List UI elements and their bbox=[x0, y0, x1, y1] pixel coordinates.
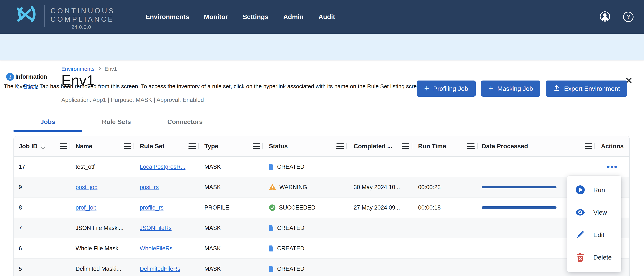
table-row: 7 JSON File Maski... JSONFileRs MASK CRE… bbox=[14, 218, 630, 238]
tab-jobs-label: Jobs bbox=[40, 118, 55, 125]
job-name: JSON File Maski... bbox=[76, 225, 124, 231]
column-menu-icon[interactable] bbox=[336, 143, 344, 149]
column-header-rule-set[interactable]: Rule Set bbox=[134, 136, 198, 156]
view-icon bbox=[575, 209, 585, 216]
status-text: CREATED bbox=[277, 225, 304, 231]
column-menu-icon[interactable] bbox=[188, 143, 196, 149]
status-text: WARNING bbox=[279, 184, 307, 191]
column-header-status[interactable]: Status bbox=[263, 136, 346, 156]
rule-set-link[interactable]: LocalPostgresR... bbox=[140, 163, 186, 170]
column-header-completed[interactable]: Completed ... bbox=[346, 136, 412, 156]
nav-item-audit[interactable]: Audit bbox=[318, 13, 335, 21]
nav-item-admin[interactable]: Admin bbox=[283, 13, 304, 21]
rule-set-link[interactable]: JSONFileRs bbox=[140, 225, 172, 231]
column-menu-icon[interactable] bbox=[124, 143, 131, 149]
column-menu-icon[interactable] bbox=[467, 143, 474, 149]
export-environment-label: Export Environment bbox=[564, 85, 620, 92]
column-header-type[interactable]: Type bbox=[198, 136, 263, 156]
menu-item-delete[interactable]: Delete bbox=[567, 246, 621, 268]
status-text: CREATED bbox=[277, 245, 304, 252]
job-type: MASK bbox=[204, 245, 221, 252]
data-processed-bar bbox=[482, 186, 556, 188]
column-header-job-id[interactable]: Job ID bbox=[14, 136, 70, 156]
nav-item-monitor[interactable]: Monitor bbox=[204, 13, 228, 21]
rule-set-link[interactable]: post_rs bbox=[140, 184, 159, 191]
masking-job-button[interactable]: + Masking Job bbox=[481, 81, 540, 97]
tab-connectors[interactable]: Connectors bbox=[151, 112, 219, 132]
column-header-name[interactable]: Name bbox=[70, 136, 134, 156]
column-menu-icon[interactable] bbox=[60, 143, 67, 149]
status-text: CREATED bbox=[277, 265, 304, 272]
menu-item-run-label: Run bbox=[593, 186, 605, 194]
tab-jobs[interactable]: Jobs bbox=[14, 112, 82, 132]
created-file-icon bbox=[269, 225, 274, 231]
column-header-data-processed[interactable]: Data Processed bbox=[477, 136, 595, 156]
column-menu-icon[interactable] bbox=[585, 143, 592, 149]
brand-wordmark: CONTINUOUS COMPLIANCE bbox=[50, 7, 115, 24]
sort-descending-icon[interactable] bbox=[40, 143, 46, 150]
page-subtitle: Application: App1 | Purpose: MASK | Appr… bbox=[61, 97, 204, 103]
banner-title: Information bbox=[15, 73, 47, 80]
account-icon[interactable] bbox=[600, 11, 610, 23]
job-id-header-label: Job ID bbox=[19, 143, 38, 150]
tab-rule-sets-label: Rule Sets bbox=[102, 118, 131, 125]
completed-date: 27 May 2024 09... bbox=[354, 204, 400, 211]
job-id-value: 17 bbox=[19, 163, 25, 170]
app-version: 24.0.0.0 bbox=[72, 24, 91, 30]
rule-set-link[interactable]: WholeFileRs bbox=[140, 245, 172, 252]
rule-set-link[interactable]: DelimitedFileRs bbox=[140, 265, 180, 272]
table-row: 6 Whole File Mask... WholeFileRs MASK CR… bbox=[14, 238, 630, 258]
menu-item-view[interactable]: View bbox=[567, 201, 621, 223]
information-banner: i Information The Inventory Tab has been… bbox=[0, 34, 644, 60]
job-name-link[interactable]: prof_job bbox=[76, 204, 96, 211]
status-text: CREATED bbox=[277, 163, 304, 170]
menu-item-edit[interactable]: Edit bbox=[567, 223, 621, 246]
row-actions-context-menu: Run View Edit Delete bbox=[567, 176, 621, 272]
profiling-job-button[interactable]: + Profiling Job bbox=[416, 81, 476, 97]
job-name-link[interactable]: post_job bbox=[76, 184, 98, 191]
main-nav-menu: Environments Monitor Settings Admin Audi… bbox=[146, 0, 335, 34]
data-processed-bar bbox=[482, 206, 556, 209]
plus-icon: + bbox=[488, 84, 494, 93]
masking-job-label: Masking Job bbox=[498, 85, 533, 92]
help-icon[interactable]: ? bbox=[623, 12, 634, 22]
table-row: 17 test_otf LocalPostgresR... MASK CREAT… bbox=[14, 157, 630, 177]
back-button[interactable]: Back bbox=[14, 83, 38, 90]
actions-header-label: Actions bbox=[601, 143, 624, 150]
rule-set-link[interactable]: profile_rs bbox=[140, 204, 164, 211]
type-header-label: Type bbox=[204, 143, 218, 150]
run-time-header-label: Run Time bbox=[418, 143, 446, 150]
nav-item-environments[interactable]: Environments bbox=[146, 13, 189, 21]
job-type: MASK bbox=[204, 184, 221, 191]
chevron-left-icon bbox=[14, 83, 20, 90]
jobs-table: Job ID Name Rule Set Type Status Complet… bbox=[14, 136, 630, 276]
column-menu-icon[interactable] bbox=[402, 143, 409, 149]
menu-item-run[interactable]: Run bbox=[567, 179, 621, 201]
tab-rule-sets[interactable]: Rule Sets bbox=[82, 112, 151, 132]
delphix-logo-icon[interactable] bbox=[12, 3, 40, 29]
job-id-value: 6 bbox=[19, 245, 22, 252]
breadcrumb-current: Env1 bbox=[104, 66, 117, 72]
job-type: PROFILE bbox=[204, 204, 229, 211]
run-icon bbox=[575, 185, 585, 194]
run-time-value: 00:00:23 bbox=[418, 184, 441, 191]
info-icon: i bbox=[6, 73, 14, 81]
column-header-actions: Actions bbox=[595, 136, 630, 156]
job-name: Delimited Maski... bbox=[76, 265, 121, 272]
nav-item-settings[interactable]: Settings bbox=[243, 13, 268, 21]
breadcrumb-environments-link[interactable]: Environments bbox=[61, 66, 94, 72]
export-environment-button[interactable]: Export Environment bbox=[546, 81, 627, 97]
table-row: 5 Delimited Maski... DelimitedFileRs MAS… bbox=[14, 258, 630, 276]
run-time-value: 00:00:18 bbox=[418, 204, 441, 211]
breadcrumb: Environments Env1 bbox=[61, 66, 117, 72]
profiling-job-label: Profiling Job bbox=[433, 85, 468, 92]
tab-connectors-label: Connectors bbox=[167, 118, 203, 125]
column-header-run-time[interactable]: Run Time bbox=[412, 136, 477, 156]
job-type: MASK bbox=[204, 265, 221, 272]
created-file-icon bbox=[269, 164, 274, 170]
active-tab-indicator bbox=[14, 130, 82, 132]
completed-header-label: Completed ... bbox=[354, 143, 392, 150]
export-upload-icon bbox=[553, 84, 560, 93]
column-menu-icon[interactable] bbox=[253, 143, 260, 149]
completed-date: 30 May 2024 10... bbox=[354, 184, 400, 191]
